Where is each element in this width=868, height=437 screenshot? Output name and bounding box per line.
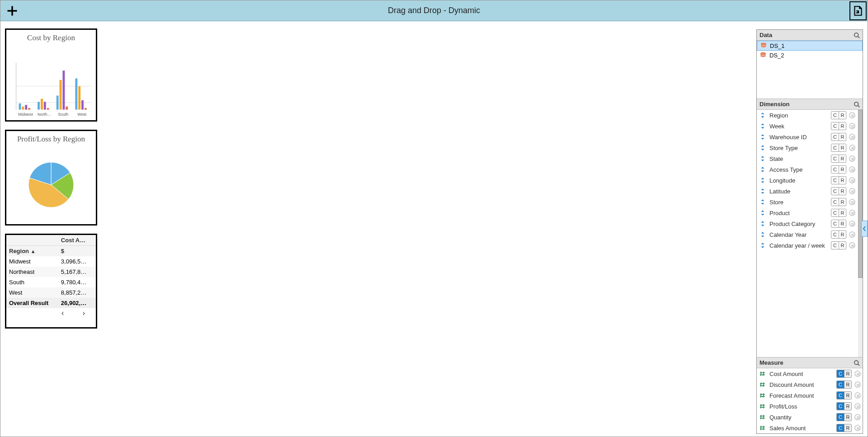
remove-button[interactable] bbox=[849, 123, 855, 129]
table-row[interactable]: South9,780,4… bbox=[6, 277, 96, 287]
table-row[interactable]: West8,857,2… bbox=[6, 287, 96, 298]
column-toggle[interactable]: C bbox=[831, 209, 839, 216]
row-toggle[interactable]: R bbox=[839, 166, 846, 173]
column-toggle[interactable]: C bbox=[831, 231, 839, 238]
dimension-field[interactable]: LongitudeCR bbox=[757, 175, 857, 186]
sort-handle-icon[interactable] bbox=[760, 112, 766, 118]
datasource-item[interactable]: DS_2 bbox=[757, 51, 863, 60]
row-toggle[interactable]: R bbox=[839, 209, 846, 216]
row-toggle[interactable]: R bbox=[844, 414, 851, 421]
row-toggle[interactable]: R bbox=[839, 112, 846, 119]
column-toggle[interactable]: C bbox=[831, 133, 839, 141]
search-icon[interactable] bbox=[854, 360, 860, 366]
add-button[interactable] bbox=[6, 5, 19, 17]
column-toggle[interactable]: C bbox=[831, 122, 839, 130]
sort-handle-icon[interactable] bbox=[760, 242, 766, 249]
remove-button[interactable] bbox=[849, 199, 855, 205]
row-toggle[interactable]: R bbox=[844, 403, 851, 410]
column-toggle[interactable]: C bbox=[831, 198, 839, 206]
dimension-field[interactable]: RegionCR bbox=[757, 110, 857, 121]
column-toggle[interactable]: C bbox=[831, 188, 839, 195]
measure-field[interactable]: Forecast AmountCR bbox=[757, 390, 863, 401]
column-toggle[interactable]: C bbox=[837, 414, 844, 421]
column-toggle[interactable]: C bbox=[831, 144, 839, 151]
sort-handle-icon[interactable] bbox=[760, 231, 766, 238]
remove-button[interactable] bbox=[849, 177, 855, 183]
row-toggle[interactable]: R bbox=[839, 177, 846, 184]
sort-handle-icon[interactable] bbox=[760, 221, 766, 227]
column-toggle[interactable]: C bbox=[831, 155, 839, 162]
datasource-item[interactable]: DS_1 bbox=[757, 41, 863, 51]
remove-button[interactable] bbox=[849, 145, 855, 151]
dimension-field[interactable]: ProductCR bbox=[757, 207, 857, 218]
export-button[interactable] bbox=[849, 1, 867, 20]
remove-button[interactable] bbox=[849, 210, 855, 216]
remove-button[interactable] bbox=[854, 371, 861, 377]
dimension-field[interactable]: StateCR bbox=[757, 153, 857, 164]
row-toggle[interactable]: R bbox=[839, 133, 846, 141]
column-header[interactable]: Cost A… bbox=[58, 235, 96, 245]
column-toggle[interactable]: C bbox=[831, 177, 839, 184]
sort-handle-icon[interactable] bbox=[760, 166, 766, 173]
remove-button[interactable] bbox=[849, 242, 855, 249]
remove-button[interactable] bbox=[849, 155, 855, 162]
remove-button[interactable] bbox=[854, 392, 861, 399]
dimension-field[interactable]: Product CategoryCR bbox=[757, 218, 857, 229]
row-toggle[interactable]: R bbox=[839, 188, 846, 195]
remove-button[interactable] bbox=[849, 231, 855, 238]
column-toggle[interactable]: C bbox=[837, 424, 844, 432]
column-header[interactable]: Region ▲ bbox=[6, 246, 58, 256]
row-toggle[interactable]: R bbox=[839, 220, 846, 227]
remove-button[interactable] bbox=[849, 166, 855, 173]
row-toggle[interactable]: R bbox=[839, 155, 846, 162]
column-toggle[interactable]: C bbox=[837, 392, 844, 399]
row-toggle[interactable]: R bbox=[844, 424, 851, 432]
column-toggle[interactable]: C bbox=[831, 242, 839, 249]
row-toggle[interactable]: R bbox=[844, 381, 851, 388]
widget-cost-table[interactable]: Cost A… Region ▲ $ Midwest3,096,5…Northe… bbox=[5, 234, 97, 329]
sort-handle-icon[interactable] bbox=[760, 199, 766, 205]
dimension-field[interactable]: LatitudeCR bbox=[757, 186, 857, 197]
dimension-field[interactable]: Warehouse IDCR bbox=[757, 132, 857, 142]
dimension-field[interactable]: Access TypeCR bbox=[757, 164, 857, 175]
sort-handle-icon[interactable] bbox=[760, 134, 766, 140]
remove-button[interactable] bbox=[849, 112, 855, 118]
column-toggle[interactable]: C bbox=[831, 112, 839, 119]
remove-button[interactable] bbox=[849, 221, 855, 227]
measure-field[interactable]: Cost AmountCR bbox=[757, 368, 863, 379]
sort-handle-icon[interactable] bbox=[760, 155, 766, 162]
column-toggle[interactable]: C bbox=[831, 166, 839, 173]
table-row[interactable]: Midwest3,096,5… bbox=[6, 256, 96, 267]
remove-button[interactable] bbox=[849, 188, 855, 194]
remove-button[interactable] bbox=[849, 134, 855, 140]
column-toggle[interactable]: C bbox=[831, 220, 839, 227]
sort-handle-icon[interactable] bbox=[760, 123, 766, 129]
measure-field[interactable]: Sales AmountCR bbox=[757, 423, 863, 433]
dimension-field[interactable]: StoreCR bbox=[757, 197, 857, 207]
row-toggle[interactable]: R bbox=[839, 231, 846, 238]
widget-profit-loss-by-region[interactable]: Profit/Loss by Region bbox=[5, 130, 97, 226]
table-row[interactable]: Northeast5,167,8… bbox=[6, 267, 96, 277]
dimension-field[interactable]: Calendar YearCR bbox=[757, 229, 857, 240]
row-toggle[interactable]: R bbox=[839, 198, 846, 206]
row-toggle[interactable]: R bbox=[839, 242, 846, 249]
sort-handle-icon[interactable] bbox=[760, 210, 766, 216]
measure-field[interactable]: Discount AmountCR bbox=[757, 379, 863, 390]
remove-button[interactable] bbox=[854, 425, 861, 431]
row-toggle[interactable]: R bbox=[844, 392, 851, 399]
column-toggle[interactable]: C bbox=[837, 381, 844, 388]
dimension-field[interactable]: WeekCR bbox=[757, 121, 857, 132]
remove-button[interactable] bbox=[854, 381, 861, 388]
dimension-field[interactable]: Store TypeCR bbox=[757, 142, 857, 153]
page-prev-button[interactable]: ‹ bbox=[61, 309, 64, 317]
panel-collapse-toggle[interactable] bbox=[861, 221, 868, 237]
remove-button[interactable] bbox=[854, 403, 861, 409]
widget-cost-by-region[interactable]: Cost by Region MidwestNorth…SouthWest bbox=[5, 28, 97, 122]
column-toggle[interactable]: C bbox=[837, 403, 844, 410]
row-toggle[interactable]: R bbox=[844, 370, 851, 377]
scrollbar-thumb[interactable] bbox=[858, 110, 863, 278]
sort-handle-icon[interactable] bbox=[760, 177, 766, 183]
page-next-button[interactable]: › bbox=[83, 309, 85, 317]
sort-handle-icon[interactable] bbox=[760, 188, 766, 194]
row-toggle[interactable]: R bbox=[839, 122, 846, 130]
